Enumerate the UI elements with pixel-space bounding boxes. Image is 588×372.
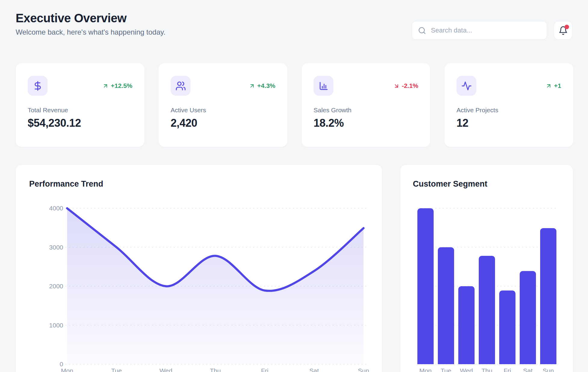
trend-badge: +1 [546, 82, 561, 89]
bar-chart-icon [314, 76, 333, 96]
svg-text:3000: 3000 [49, 244, 63, 251]
performance-trend-panel: 01000200030004000MonTueWedThuFriSatSun P… [16, 165, 382, 372]
svg-text:0: 0 [60, 361, 63, 367]
svg-text:Fri: Fri [504, 367, 511, 372]
stat-value: 12 [456, 117, 561, 129]
chart-title: Customer Segment [413, 179, 487, 189]
svg-text:Mon: Mon [61, 367, 73, 372]
arrow-up-right-icon [546, 83, 552, 89]
page-header: Executive Overview Welcome back, here's … [16, 11, 166, 36]
trend-value: +1 [554, 82, 561, 89]
trend-value: +4.3% [257, 82, 275, 89]
stat-value: $54,230.12 [28, 117, 132, 129]
dollar-icon [28, 76, 48, 96]
svg-text:Mon: Mon [419, 367, 432, 372]
customer-segment-panel: MonTueWedThuFriSatSun Customer Segment [400, 165, 573, 372]
arrow-down-right-icon [393, 83, 400, 89]
stat-value: 18.2% [314, 117, 418, 129]
performance-trend-chart: 01000200030004000MonTueWedThuFriSatSun [16, 165, 382, 372]
svg-text:Thu: Thu [481, 367, 492, 372]
svg-text:2000: 2000 [49, 283, 63, 290]
stat-label: Active Users [171, 107, 275, 114]
notifications-button[interactable] [554, 21, 572, 40]
stat-card-active-users: +4.3% Active Users 2,420 [159, 63, 287, 147]
svg-text:Tue: Tue [111, 367, 122, 372]
page-title: Executive Overview [16, 11, 166, 25]
stat-label: Total Revenue [28, 107, 132, 114]
svg-text:1000: 1000 [49, 322, 63, 329]
svg-text:Wed: Wed [159, 367, 172, 372]
svg-text:Sat: Sat [523, 367, 533, 372]
page-subtitle: Welcome back, here's what's happening to… [16, 28, 166, 36]
customer-segment-chart: MonTueWedThuFriSatSun [400, 165, 573, 372]
charts-row: 01000200030004000MonTueWedThuFriSatSun P… [16, 165, 573, 372]
trend-badge: -2.1% [393, 82, 418, 89]
users-icon [171, 76, 190, 96]
svg-text:Fri: Fri [261, 367, 268, 372]
activity-icon [456, 76, 476, 96]
svg-text:Sun: Sun [543, 367, 554, 372]
svg-text:Thu: Thu [210, 367, 221, 372]
stat-label: Sales Growth [314, 107, 418, 114]
svg-text:Sat: Sat [309, 367, 319, 372]
dashboard-page: Executive Overview Welcome back, here's … [0, 0, 588, 372]
svg-text:Wed: Wed [460, 367, 473, 372]
chart-title: Performance Trend [29, 179, 103, 189]
search-box[interactable] [412, 21, 547, 40]
stat-value: 2,420 [171, 117, 275, 129]
trend-badge: +4.3% [249, 82, 275, 89]
stat-cards-row: +12.5% Total Revenue $54,230.12 +4.3% Ac… [16, 63, 573, 147]
svg-text:4000: 4000 [49, 205, 63, 212]
notification-badge [565, 25, 569, 29]
arrow-up-right-icon [249, 83, 255, 89]
stat-label: Active Projects [456, 107, 561, 114]
svg-text:Tue: Tue [441, 367, 451, 372]
stat-card-total-revenue: +12.5% Total Revenue $54,230.12 [16, 63, 144, 147]
trend-value: +12.5% [111, 82, 132, 89]
trend-badge: +12.5% [102, 82, 132, 89]
search-input[interactable] [430, 26, 541, 35]
stat-card-sales-growth: -2.1% Sales Growth 18.2% [302, 63, 430, 147]
stat-card-active-projects: +1 Active Projects 12 [444, 63, 573, 147]
arrow-up-right-icon [102, 83, 109, 89]
svg-text:Sun: Sun [358, 367, 369, 372]
trend-value: -2.1% [402, 82, 418, 89]
search-icon [418, 26, 426, 35]
